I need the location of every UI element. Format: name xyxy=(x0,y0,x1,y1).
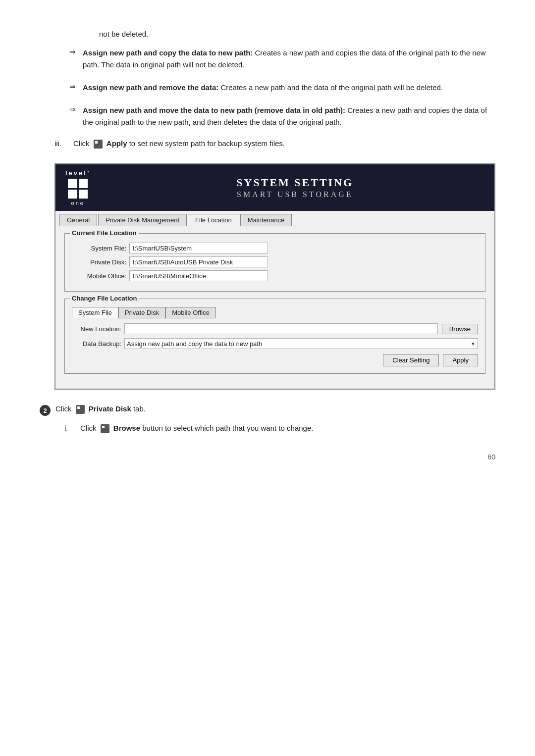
data-backup-select[interactable]: Assign new path and copy the data to new… xyxy=(124,338,478,349)
bullet-item-2: ⇒ Assign new path and remove the data: C… xyxy=(40,82,495,94)
ss-title-area: System Setting Smart USB Storage xyxy=(106,176,484,199)
sub-item-i-text: Click Browse button to select which path… xyxy=(80,424,313,433)
ss-logo: level’ one xyxy=(65,169,91,206)
sub-click-i: Click xyxy=(80,424,97,432)
bullet-bold-2: Assign new path and remove the data: xyxy=(83,83,218,92)
logo-word: one xyxy=(71,200,85,206)
private-disk-value: I:\SmartUSB\AutoUSB Private Disk xyxy=(129,256,268,267)
apply-icon xyxy=(94,140,103,149)
ss-panel: Current File Location System File: I:\Sm… xyxy=(55,226,494,389)
data-backup-label: Data Backup: xyxy=(72,340,121,348)
tab-file-location[interactable]: File Location xyxy=(188,214,239,226)
private-disk-label: Private Disk: xyxy=(72,258,126,266)
sub-item-i: i. Click Browse button to select which p… xyxy=(64,424,495,433)
data-backup-row: Data Backup: Assign new path and copy th… xyxy=(72,338,478,349)
bullet-body-2: Creates a new path and the data of the o… xyxy=(218,83,443,92)
numbered-text-2: Click Private Disk tab. xyxy=(55,404,146,414)
roman-i-label: i. xyxy=(64,424,76,432)
current-file-location-label: Current File Location xyxy=(70,229,139,237)
page-number: 60 xyxy=(40,453,495,461)
system-file-label: System File: xyxy=(72,245,126,252)
apply-suffix: to set new system path for backup system… xyxy=(129,139,285,148)
browse-bold: Browse xyxy=(113,424,140,432)
ss-tabs: General Private Disk Management File Loc… xyxy=(55,211,494,226)
numbered-click-2: Click xyxy=(55,404,72,413)
click-iii-click: Click xyxy=(73,139,90,148)
clear-setting-button[interactable]: Clear Setting xyxy=(383,354,439,366)
apply-button[interactable]: Apply xyxy=(443,354,478,366)
click-iii-item: iii. Click Apply to set new system path … xyxy=(54,139,495,149)
page-content: not be deleted. ⇒ Assign new path and co… xyxy=(40,30,495,461)
browse-icon xyxy=(101,424,109,433)
mobile-office-row: Mobile Office: I:\SmartUSB\MobileOffice xyxy=(72,270,478,281)
system-file-value: I:\SmartUSB\System xyxy=(129,243,268,253)
change-file-location-label: Change File Location xyxy=(70,295,139,302)
intro-text: not be deleted. xyxy=(99,30,495,38)
private-disk-suffix: tab. xyxy=(133,404,146,413)
system-file-row: System File: I:\SmartUSB\System xyxy=(72,243,478,253)
bullet-bold-3: Assign new path and move the data to new… xyxy=(83,106,345,114)
bullet-item-3: ⇒ Assign new path and move the data to n… xyxy=(40,104,495,128)
private-disk-bold: Private Disk xyxy=(89,404,131,413)
ss-header: level’ one System Setting Smart USB Stor… xyxy=(55,164,494,211)
private-disk-row: Private Disk: I:\SmartUSB\AutoUSB Privat… xyxy=(72,256,478,267)
bullet-text-3: Assign new path and move the data to new… xyxy=(83,104,495,128)
arrow-icon-1: ⇒ xyxy=(69,48,76,56)
data-backup-selected-value: Assign new path and copy the data to new… xyxy=(127,340,262,348)
ss-subtitle: Smart USB Storage xyxy=(106,190,484,199)
bullet-text-2: Assign new path and remove the data: Cre… xyxy=(83,82,495,94)
ss-body: General Private Disk Management File Loc… xyxy=(55,211,494,389)
new-location-input[interactable] xyxy=(124,323,438,334)
arrow-icon-2: ⇒ xyxy=(69,82,76,91)
apply-bold: Apply xyxy=(107,139,127,148)
browse-suffix: button to select which path that you wan… xyxy=(142,424,313,432)
bullet-text-1: Assign new path and copy the data to new… xyxy=(83,47,495,71)
action-row: Clear Setting Apply xyxy=(72,354,478,366)
inner-tab-system-file[interactable]: System File xyxy=(72,307,118,318)
tab-private-disk[interactable]: Private Disk Management xyxy=(98,214,187,226)
arrow-icon-3: ⇒ xyxy=(69,105,76,114)
click-iii-text: Click Apply to set new system path for b… xyxy=(73,139,285,149)
private-disk-icon xyxy=(76,405,85,414)
inner-tab-mobile-office[interactable]: Mobile Office xyxy=(165,307,216,318)
numbered-badge-2: 2 xyxy=(40,405,51,416)
change-file-location-group: Change File Location System File Private… xyxy=(64,299,485,374)
system-setting-box: level’ one System Setting Smart USB Stor… xyxy=(54,163,495,390)
browse-button[interactable]: Browse xyxy=(442,324,478,334)
mobile-office-label: Mobile Office: xyxy=(72,272,126,280)
bullet-item-1: ⇒ Assign new path and copy the data to n… xyxy=(40,47,495,71)
current-file-location-group: Current File Location System File: I:\Sm… xyxy=(64,233,485,292)
tab-maintenance[interactable]: Maintenance xyxy=(240,214,292,226)
ss-title: System Setting xyxy=(106,176,484,189)
numbered-item-2: 2 Click Private Disk tab. xyxy=(40,404,495,416)
roman-iii-label: iii. xyxy=(54,139,69,148)
inner-tabs: System File Private Disk Mobile Office xyxy=(72,307,478,318)
new-location-row: New Location: Browse xyxy=(72,323,478,334)
select-arrow-icon: ▼ xyxy=(471,341,476,347)
mobile-office-value: I:\SmartUSB\MobileOffice xyxy=(129,270,268,281)
bullet-bold-1: Assign new path and copy the data to new… xyxy=(83,49,253,57)
new-location-label: New Location: xyxy=(72,325,121,333)
tab-general[interactable]: General xyxy=(59,214,97,226)
inner-tab-private-disk[interactable]: Private Disk xyxy=(118,307,165,318)
